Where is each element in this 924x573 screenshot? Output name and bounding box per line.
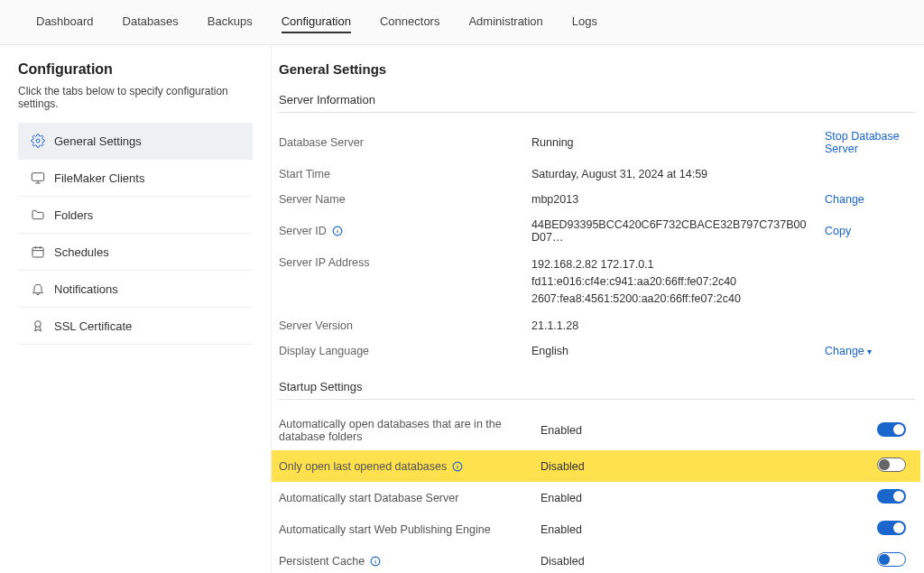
sidebar-item-label: Schedules xyxy=(54,245,109,259)
svg-point-0 xyxy=(36,139,40,143)
folder-icon xyxy=(31,208,45,222)
svg-rect-1 xyxy=(32,173,43,181)
value-database-server: Running xyxy=(531,136,825,149)
row-server-version: Server Version 21.1.1.28 xyxy=(279,313,915,338)
startup-label-only_last: Only open last opened databases xyxy=(279,460,541,473)
startup-value-auto_start_db: Enabled xyxy=(541,492,825,504)
sidebar-item-notifications[interactable]: Notifications xyxy=(18,271,253,308)
startup-row-auto_start_wpe: Automatically start Web Publishing Engin… xyxy=(279,513,915,545)
startup-row-persistent_cache: Persistent CacheDisabled xyxy=(279,545,915,573)
svg-rect-4 xyxy=(32,247,43,257)
sidebar-item-label: Notifications xyxy=(54,282,118,296)
tab-backups[interactable]: Backups xyxy=(208,11,253,33)
startup-value-persistent_cache: Disabled xyxy=(541,555,825,568)
startup-label-auto_start_db: Automatically start Database Server xyxy=(279,492,541,504)
tab-logs[interactable]: Logs xyxy=(572,11,597,33)
sidebar-item-label: FileMaker Clients xyxy=(54,171,144,185)
svg-point-8 xyxy=(35,321,42,328)
sidebar-item-label: SSL Certificate xyxy=(54,319,132,333)
startup-row-auto_start_db: Automatically start Database ServerEnabl… xyxy=(279,482,915,513)
sidebar-title: Configuration xyxy=(18,61,253,78)
toggle-persistent_cache[interactable] xyxy=(877,552,906,567)
info-icon[interactable] xyxy=(332,226,343,236)
sidebar-hint: Click the tabs below to specify configur… xyxy=(18,85,253,110)
startup-row-only_last: Only open last opened databasesDisabled xyxy=(272,450,920,482)
startup-row-auto_open_db: Automatically open databases that are in… xyxy=(279,411,915,450)
copy-server-id-link[interactable]: Copy xyxy=(825,225,851,237)
sidebar: Configuration Click the tabs below to sp… xyxy=(0,45,271,573)
tab-dashboard[interactable]: Dashboard xyxy=(36,11,94,33)
label-server-id: Server ID xyxy=(279,225,531,237)
section-server-info: Server Information xyxy=(279,93,915,113)
label-server-version: Server Version xyxy=(279,319,531,332)
monitor-icon xyxy=(31,171,45,185)
info-icon[interactable] xyxy=(370,556,381,567)
tab-administration[interactable]: Administration xyxy=(468,11,542,33)
sidebar-item-general-settings[interactable]: General Settings xyxy=(18,123,253,160)
stop-database-server-link[interactable]: Stop Database Server xyxy=(825,130,900,155)
startup-value-auto_start_wpe: Enabled xyxy=(541,523,825,536)
row-database-server: Database Server Running Stop Database Se… xyxy=(279,124,915,162)
bell-icon xyxy=(31,282,45,296)
toggle-auto_open_db[interactable] xyxy=(877,422,906,437)
tab-connectors[interactable]: Connectors xyxy=(380,11,439,33)
toggle-auto_start_db[interactable] xyxy=(877,489,906,504)
row-start-time: Start Time Saturday, August 31, 2024 at … xyxy=(279,162,915,187)
calendar-icon xyxy=(31,245,45,259)
tab-configuration[interactable]: Configuration xyxy=(282,11,351,33)
row-server-name: Server Name mbp2013 Change xyxy=(279,187,915,212)
value-start-time: Saturday, August 31, 2024 at 14:59 xyxy=(531,168,825,180)
value-server-ip: 192.168.2.82 172.17.0.1 fd11:e016:cf4e:c… xyxy=(531,256,825,307)
startup-value-auto_open_db: Enabled xyxy=(541,424,825,437)
startup-label-auto_open_db: Automatically open databases that are in… xyxy=(279,418,541,443)
sidebar-item-label: General Settings xyxy=(54,134,142,148)
svg-point-17 xyxy=(375,559,376,559)
startup-label-auto_start_wpe: Automatically start Web Publishing Engin… xyxy=(279,523,541,536)
value-display-language: English xyxy=(531,345,825,357)
startup-value-only_last: Disabled xyxy=(541,460,825,473)
value-server-name: mbp2013 xyxy=(531,193,825,206)
label-database-server: Database Server xyxy=(279,136,531,149)
page-title: General Settings xyxy=(279,61,915,77)
svg-point-11 xyxy=(337,228,337,229)
info-icon[interactable] xyxy=(452,461,463,472)
row-display-language: Display Language English Change xyxy=(279,338,915,364)
sidebar-item-schedules[interactable]: Schedules xyxy=(18,234,253,271)
tab-databases[interactable]: Databases xyxy=(123,11,179,33)
label-server-name: Server Name xyxy=(279,193,531,206)
value-server-id: 44BED93395BCC420C6F732CBACE32B797C737B00… xyxy=(531,218,825,244)
value-server-version: 21.1.1.28 xyxy=(531,319,825,332)
toggle-auto_start_wpe[interactable] xyxy=(877,521,906,535)
section-startup-settings: Startup Settings xyxy=(279,380,915,400)
toggle-only_last[interactable] xyxy=(877,457,906,472)
sidebar-item-filemaker-clients[interactable]: FileMaker Clients xyxy=(18,160,253,197)
row-server-ip: Server IP Address 192.168.2.82 172.17.0.… xyxy=(279,250,915,313)
content-panel: General Settings Server Information Data… xyxy=(271,45,924,573)
sidebar-item-label: Folders xyxy=(54,208,93,222)
change-server-name-link[interactable]: Change xyxy=(825,193,864,206)
gear-icon xyxy=(31,134,45,148)
startup-label-persistent_cache: Persistent Cache xyxy=(279,555,541,568)
startup-settings: Automatically open databases that are in… xyxy=(279,411,915,573)
top-nav: DashboardDatabasesBackupsConfigurationCo… xyxy=(0,0,924,45)
change-language-link[interactable]: Change xyxy=(825,345,872,357)
label-start-time: Start Time xyxy=(279,168,531,180)
label-display-language: Display Language xyxy=(279,345,531,357)
sidebar-list: General SettingsFileMaker ClientsFolders… xyxy=(18,123,253,345)
certificate-icon xyxy=(31,319,45,333)
sidebar-item-ssl-certificate[interactable]: SSL Certificate xyxy=(18,308,253,345)
sidebar-item-folders[interactable]: Folders xyxy=(18,197,253,234)
svg-point-14 xyxy=(457,464,458,465)
label-server-ip: Server IP Address xyxy=(279,256,531,269)
row-server-id: Server ID 44BED93395BCC420C6F732CBACE32B… xyxy=(279,212,915,250)
